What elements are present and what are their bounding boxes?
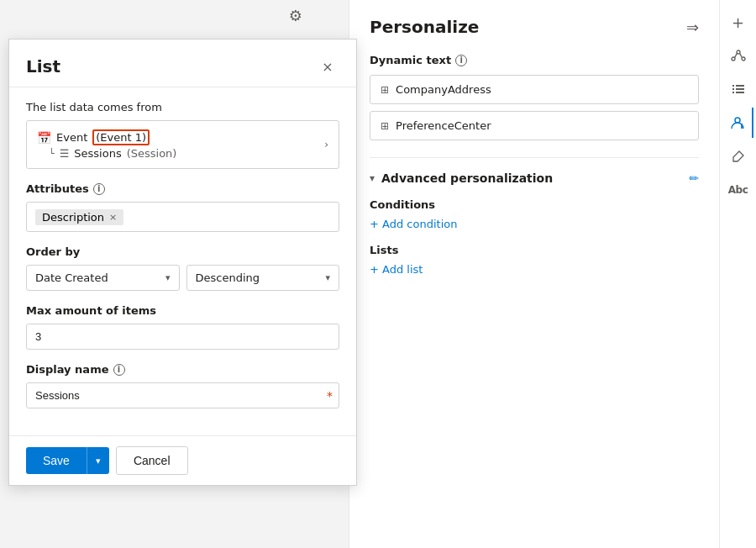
order-by-value: Date Created [35,271,108,284]
personalize-header-icon[interactable]: ⇒ [686,18,699,36]
display-name-section: Display name i [26,363,339,376]
svg-rect-7 [732,88,734,90]
event-label: Event [56,131,87,144]
dynamic-text-label: Dynamic text i [370,54,699,66]
data-source-box[interactable]: 📅 Event (Event 1) └ ☰ Sessions (Session)… [26,120,339,169]
svg-rect-10 [736,92,744,93]
dialog-header: List × [9,40,356,87]
data-source-label: The list data comes from [26,101,339,113]
advanced-header: ▾ Advanced personalization ✏ [370,171,699,185]
dialog-footer: Save ▾ Cancel [9,435,356,485]
chevron-down-icon-dir: ▾ [325,272,330,283]
order-by-row: Date Created ▾ Descending ▾ [26,265,339,291]
personalize-header: Personalize ⇒ [370,17,699,37]
dialog-title: List [26,56,60,76]
svg-rect-9 [732,92,734,93]
icon-bar-brush[interactable] [723,141,753,171]
session-label: Sessions [74,147,121,160]
list-lines-icon [731,82,746,97]
brush-icon [731,149,746,164]
chevron-down-icon-order: ▾ [165,272,171,283]
svg-rect-8 [736,88,744,90]
plus-icon: + [732,13,744,31]
svg-rect-6 [736,85,744,87]
lists-label: Lists [370,244,699,256]
text-abc-icon: Abc [728,184,748,196]
field-label-preference: PreferenceCenter [396,119,491,132]
attributes-label: Attributes [26,182,89,195]
max-items-input[interactable] [26,324,339,350]
svg-line-4 [739,54,741,58]
tree-connector: └ [49,148,55,159]
advanced-label: Advanced personalization [381,171,553,185]
icon-bar-person[interactable] [723,108,753,138]
icon-bar: + [719,0,756,548]
event-row: 📅 Event (Event 1) [37,129,176,145]
field-icon-company: ⊞ [381,84,389,96]
icon-bar-list[interactable] [723,74,753,104]
list-dialog: List × The list data comes from 📅 Event … [8,39,357,486]
personalize-panel: Personalize ⇒ Dynamic text i ⊞ CompanyAd… [349,0,719,548]
display-name-container: * [26,382,339,422]
chevron-down-icon-advanced: ▾ [370,172,375,184]
conditions-label: Conditions [370,198,699,211]
attribute-tag: Description × [35,209,123,225]
icon-bar-text[interactable]: Abc [723,175,753,205]
display-name-input[interactable] [26,382,339,408]
tag-close-icon[interactable]: × [109,212,117,223]
save-button-group: Save ▾ [26,447,109,474]
save-dropdown-button[interactable]: ▾ [87,447,109,474]
attributes-info-icon[interactable]: i [93,183,105,195]
edit-icon[interactable]: ✏ [689,171,699,185]
chevron-right-icon: › [324,139,328,150]
max-items-label: Max amount of items [26,304,339,317]
field-icon-preference: ⊞ [381,120,389,132]
attributes-input[interactable]: Description × [26,202,339,232]
display-name-info-icon[interactable]: i [113,364,125,376]
svg-point-11 [735,118,740,123]
add-condition-link[interactable]: + Add condition [370,218,699,230]
icon-bar-share[interactable] [723,40,753,71]
person-icon [730,115,745,130]
advanced-section: ▾ Advanced personalization ✏ Conditions … [370,157,699,276]
svg-rect-5 [732,85,734,87]
attributes-section: Attributes i [26,182,339,195]
field-item-preference[interactable]: ⊞ PreferenceCenter [370,111,699,140]
field-item-company[interactable]: ⊞ CompanyAddress [370,75,699,104]
calendar-icon: 📅 [37,131,51,145]
order-direction-value: Descending [196,271,260,284]
cancel-button[interactable]: Cancel [116,446,188,475]
order-direction-dropdown[interactable]: Descending ▾ [186,265,340,291]
personalize-title: Personalize [370,17,479,37]
data-source-content: 📅 Event (Event 1) └ ☰ Sessions (Session) [37,129,176,160]
svg-point-0 [737,50,740,54]
field-label-company: CompanyAddress [396,83,491,96]
add-list-link[interactable]: + Add list [370,263,699,276]
order-by-dropdown[interactable]: Date Created ▾ [26,265,180,291]
svg-point-1 [732,57,735,61]
required-star: * [327,389,333,403]
right-panels: Personalize ⇒ Dynamic text i ⊞ CompanyAd… [349,0,756,548]
tag-text: Description [42,211,104,224]
gear-icon[interactable]: ⚙ [289,7,302,30]
save-button[interactable]: Save [26,447,87,474]
session-row: └ ☰ Sessions (Session) [49,147,176,160]
close-button[interactable]: × [316,55,339,78]
dynamic-text-info-icon[interactable]: i [455,55,467,66]
icon-bar-plus[interactable]: + [723,7,753,37]
share-icon [731,48,746,63]
dialog-body: The list data comes from 📅 Event (Event … [9,87,356,435]
svg-line-3 [734,54,736,58]
advanced-toggle[interactable]: ▾ Advanced personalization [370,171,553,185]
session-paren: (Session) [127,147,177,160]
svg-point-2 [742,57,745,61]
event-highlight: (Event 1) [92,129,150,145]
order-by-label: Order by [26,245,339,258]
save-dropdown-chevron: ▾ [96,456,101,466]
list-icon-small: ☰ [60,147,70,160]
